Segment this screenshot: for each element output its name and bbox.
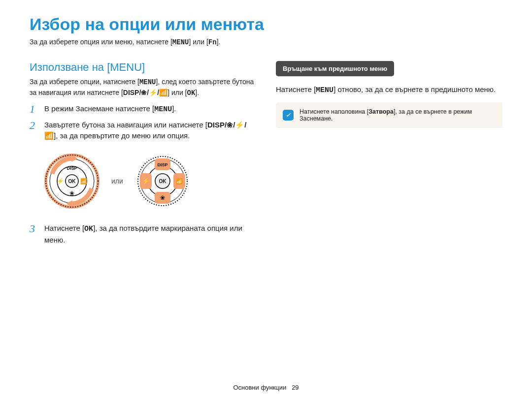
svg-text:📶: 📶	[80, 178, 87, 185]
two-column-layout: Използване на [MENU] За да изберете опци…	[30, 61, 502, 250]
fn-glyph: Fn	[208, 38, 217, 46]
svg-text:⚡: ⚡	[142, 177, 149, 185]
step-1: 1 В режим Заснемане натиснете [MENU].	[30, 103, 256, 116]
step-part: ], за да превъртите до меню или опция.	[54, 131, 190, 140]
step-part: Натиснете [	[44, 224, 84, 232]
disp-nav-icons: DISP/❀/⚡/📶	[123, 89, 167, 96]
menu-glyph: MENU	[172, 38, 189, 46]
return-heading-pill: Връщане към предишното меню	[276, 61, 394, 76]
svg-text:OK: OK	[68, 179, 76, 184]
step-body: Натиснете [OK], за да потвърдите маркира…	[44, 223, 256, 246]
info-note: ✓ Натиснете наполовина [Затвора], за да …	[276, 102, 502, 128]
press-dial-icon: DISP OK ⚡ 📶 ❀	[133, 152, 192, 211]
left-description: За да изберете опции, натиснете [MENU], …	[30, 77, 256, 98]
intro-text: За да изберете опция или меню, натиснете…	[30, 38, 502, 46]
page-footer: Основни функции 29	[0, 384, 532, 391]
right-body: Натиснете [MENU] отново, за да се върнет…	[276, 84, 502, 96]
svg-text:OK: OK	[159, 179, 166, 184]
step-body: Завъртете бутона за навигация или натисн…	[44, 120, 256, 142]
right-column: Връщане към предишното меню Натиснете [M…	[276, 61, 502, 250]
svg-text:❀: ❀	[160, 194, 165, 201]
info-icon: ✓	[283, 110, 294, 121]
subheading-using-menu: Използване на [MENU]	[30, 61, 256, 74]
intro-part: За да изберете опция или меню, натиснете…	[30, 38, 172, 46]
footer-page-number: 29	[292, 384, 299, 391]
step-part: Завъртете бутона за навигация или натисн…	[44, 121, 207, 129]
intro-part: ] или [	[189, 38, 208, 46]
note-bold: Затвора	[368, 108, 394, 115]
step-2: 2 Завъртете бутона за навигация или нати…	[30, 120, 256, 142]
step-number: 3	[30, 223, 37, 246]
rotate-dial-icon: DISP OK ⚡ 📶 ❀	[42, 152, 101, 211]
step-part: ].	[172, 104, 176, 113]
svg-text:DISP: DISP	[66, 166, 77, 171]
desc-part: ].	[195, 89, 199, 96]
page-container: Избор на опции или менюта За да изберете…	[0, 0, 532, 401]
desc-part: За да изберете опции, натиснете [	[30, 78, 139, 86]
page-title: Избор на опции или менюта	[30, 15, 502, 34]
svg-text:📶: 📶	[176, 178, 183, 185]
step-part: В режим Заснемане натиснете [	[44, 104, 154, 113]
step-number: 1	[30, 103, 37, 116]
menu-glyph: MENU	[316, 86, 333, 94]
step-number: 2	[30, 120, 37, 142]
ok-glyph: OK	[84, 225, 93, 233]
step-body: В режим Заснемане натиснете [MENU].	[44, 103, 256, 116]
svg-text:DISP: DISP	[157, 162, 167, 167]
body-part: ] отново, за да се върнете в предишното …	[333, 85, 496, 93]
left-column: Използване на [MENU] За да изберете опци…	[30, 61, 256, 250]
svg-text:⚡: ⚡	[57, 177, 64, 185]
svg-text:❀: ❀	[69, 190, 74, 197]
ok-glyph: OK	[187, 89, 196, 97]
intro-part: ].	[217, 38, 221, 46]
desc-part: ] или [	[167, 89, 187, 96]
figure-separator: или	[111, 177, 123, 185]
menu-glyph: MENU	[154, 105, 172, 114]
step-3: 3 Натиснете [OK], за да потвърдите марки…	[30, 223, 256, 246]
body-part: Натиснете [	[276, 85, 316, 93]
footer-section: Основни функции	[233, 384, 286, 391]
figure-dials: DISP OK ⚡ 📶 ❀ или	[42, 152, 256, 211]
note-text: Натиснете наполовина [Затвора], за да се…	[299, 108, 496, 122]
note-part: Натиснете наполовина [	[299, 108, 368, 115]
menu-glyph: MENU	[139, 78, 156, 86]
